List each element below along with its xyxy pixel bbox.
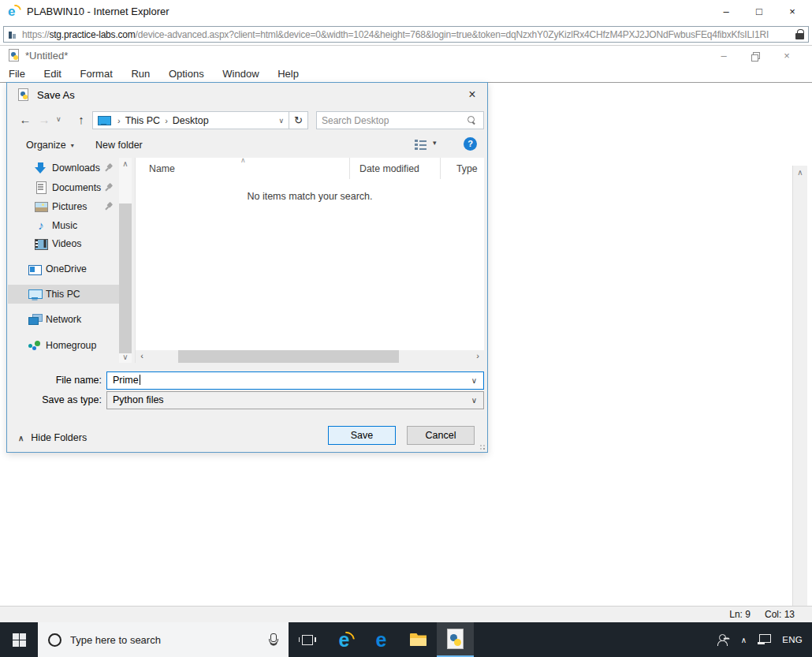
taskbar-internet-explorer[interactable]: e (326, 622, 363, 657)
sidebar-item-documents[interactable]: Documents (8, 178, 118, 197)
restore-icon (751, 52, 759, 60)
address-bar[interactable]: https://stg.practice-labs.com/device-adv… (3, 26, 809, 43)
windows-logo-icon (13, 633, 26, 647)
taskbar-search-input[interactable] (70, 634, 268, 646)
scroll-right-icon[interactable]: › (471, 350, 484, 363)
idle-minimize-button[interactable]: – (708, 46, 739, 66)
search-icon (467, 116, 476, 125)
browser-maximize-button[interactable]: □ (743, 0, 776, 24)
network-tray-icon[interactable] (758, 634, 771, 645)
scroll-up-icon[interactable]: ∧ (793, 168, 807, 177)
address-dropdown-icon[interactable]: ∨ (278, 117, 284, 125)
idle-menubar: File Edit Format Run Options Window Help (0, 66, 812, 82)
menu-help[interactable]: Help (270, 66, 306, 82)
idle-close-button[interactable]: × (771, 46, 803, 66)
taskbar-edge[interactable]: e (363, 622, 400, 657)
menu-run[interactable]: Run (124, 66, 157, 82)
column-divider (440, 158, 441, 179)
breadcrumb-separator-icon: › (117, 116, 121, 125)
view-options-caret-icon[interactable]: ▾ (433, 139, 437, 147)
sidebar-item-pictures[interactable]: Pictures (8, 197, 118, 216)
desktop-icon (98, 115, 110, 125)
dialog-close-button[interactable]: × (459, 84, 486, 105)
browser-minimize-button[interactable]: – (710, 0, 743, 24)
up-button[interactable]: ↑ (74, 112, 88, 128)
this-pc-icon (28, 288, 41, 301)
scroll-left-icon[interactable]: ‹ (136, 350, 148, 363)
people-icon[interactable] (717, 633, 730, 646)
editor-vertical-scrollbar[interactable]: ∧ ∨ (792, 166, 807, 657)
browser-titlebar: e PLABWIN10 - Internet Explorer – □ × (0, 0, 812, 24)
sidebar-item-videos[interactable]: Videos (8, 234, 118, 253)
scroll-up-icon[interactable]: ∧ (119, 159, 132, 168)
file-name-input[interactable]: Prime ∨ (106, 371, 484, 390)
search-box[interactable] (316, 111, 484, 129)
search-input[interactable] (322, 113, 464, 128)
taskbar-file-explorer[interactable] (400, 622, 437, 657)
documents-icon (35, 181, 47, 194)
save-as-type-select[interactable]: Python files ∨ (106, 391, 484, 409)
file-explorer-icon (410, 633, 426, 646)
back-button[interactable]: ← (18, 112, 32, 128)
cancel-button[interactable]: Cancel (407, 426, 475, 445)
url-text: https://stg.practice-labs.com/device-adv… (22, 29, 791, 40)
videos-icon (35, 237, 47, 250)
taskbar-python-idle-active[interactable] (437, 622, 474, 657)
scrollbar-thumb[interactable] (119, 203, 132, 353)
cortana-icon (48, 633, 61, 647)
sort-ascending-icon: ∧ (240, 156, 246, 164)
menu-edit[interactable]: Edit (37, 66, 69, 82)
menu-options[interactable]: Options (162, 66, 211, 82)
help-button[interactable]: ? (464, 137, 477, 151)
task-view-icon (302, 635, 313, 645)
hide-folders-button[interactable]: ∧ Hide Folders (18, 431, 87, 445)
idle-statusbar: Ln: 9 Col: 13 (0, 606, 812, 622)
dialog-python-icon (18, 88, 28, 101)
sidebar-scrollbar[interactable]: ∧ ∨ (119, 158, 132, 363)
sidebar-item-this-pc[interactable]: This PC (8, 285, 125, 304)
browser-close-button[interactable]: × (776, 0, 809, 24)
menu-format[interactable]: Format (73, 66, 120, 82)
browser-window-controls: – □ × (710, 0, 809, 24)
language-indicator[interactable]: ENG (782, 635, 803, 644)
pane-divider (135, 158, 136, 363)
save-button[interactable]: Save (328, 426, 396, 445)
file-name-dropdown-icon[interactable]: ∨ (471, 372, 477, 389)
start-button[interactable] (0, 622, 38, 657)
organize-button[interactable]: Organize▾ (26, 136, 74, 155)
view-options-icon[interactable] (415, 140, 426, 150)
taskbar-search-box[interactable] (38, 622, 289, 657)
microphone-icon[interactable] (268, 633, 277, 647)
breadcrumb-this-pc[interactable]: This PC (125, 115, 160, 126)
menu-window[interactable]: Window (215, 66, 266, 82)
sidebar-item-homegroup[interactable]: Homegroup (8, 336, 118, 355)
menu-file[interactable]: File (2, 66, 32, 82)
file-name-label: File name: (7, 371, 102, 390)
refresh-button[interactable]: ↻ (289, 111, 308, 129)
column-header-type[interactable]: Type (456, 159, 478, 178)
recent-locations-chevron-icon[interactable]: ∨ (56, 115, 61, 123)
resize-grip[interactable] (478, 442, 485, 450)
forward-button[interactable]: → (37, 112, 51, 128)
new-folder-button[interactable]: New folder (95, 136, 143, 155)
breadcrumb-desktop[interactable]: Desktop (173, 115, 209, 126)
system-tray: ∧ ENG (717, 622, 812, 657)
file-list: ∧ Name Date modified Type No items match… (136, 158, 484, 363)
sidebar-item-downloads[interactable]: Downloads (8, 159, 118, 177)
python-file-icon (9, 49, 19, 62)
list-horizontal-scrollbar[interactable]: ‹ › (136, 350, 484, 363)
breadcrumb[interactable]: › This PC › Desktop ∨ (92, 111, 289, 129)
scrollbar-thumb[interactable] (178, 350, 399, 363)
sidebar-item-network[interactable]: Network (8, 310, 118, 329)
python-file-icon (447, 629, 464, 649)
idle-restore-button[interactable] (739, 46, 771, 66)
scroll-down-icon[interactable]: ∨ (119, 353, 132, 361)
task-view-button[interactable] (289, 622, 326, 657)
column-header-date-modified[interactable]: Date modified (359, 159, 419, 178)
pictures-icon (35, 200, 47, 213)
sidebar-item-onedrive[interactable]: OneDrive (8, 259, 118, 278)
save-as-type-dropdown-icon[interactable]: ∨ (471, 392, 477, 409)
sidebar-item-music[interactable]: ♪ Music (8, 216, 118, 235)
column-header-name[interactable]: Name (149, 159, 175, 178)
show-hidden-icons-chevron-icon[interactable]: ∧ (741, 636, 747, 644)
